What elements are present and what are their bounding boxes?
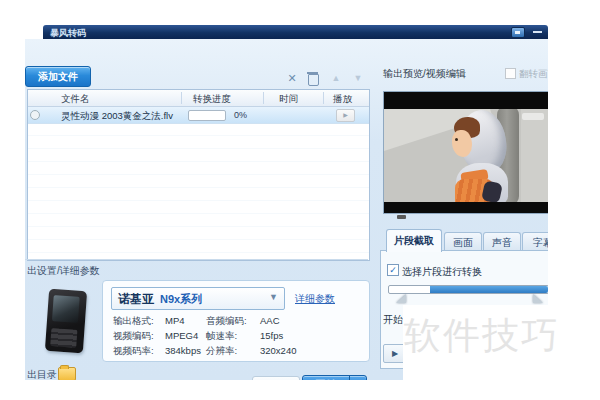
character-arm [481, 180, 503, 202]
start-button-label: 开始 [303, 376, 349, 380]
character-face [452, 130, 472, 157]
clear-list-icon[interactable] [308, 74, 319, 86]
watermark-text: 软件技巧 [404, 311, 560, 361]
empty-rows [28, 123, 369, 259]
param-label: 帧速率: [206, 330, 237, 343]
slider-handle-start[interactable] [396, 294, 406, 303]
column-divider [323, 92, 324, 104]
letterbox-bar [384, 202, 548, 213]
param-value: MP4 [165, 315, 185, 326]
slider-fill [430, 286, 548, 293]
button-divider [349, 376, 350, 380]
stop-button[interactable]: 停止 [252, 376, 300, 380]
start-menu-icon[interactable]: ▼ [351, 376, 365, 380]
param-value: MPEG4 [165, 330, 198, 341]
param-value: 320x240 [260, 345, 296, 356]
param-value: AAC [260, 315, 280, 326]
tab-subtitle[interactable]: 字幕 [522, 232, 548, 252]
station-watermark [522, 113, 544, 120]
param-value: 384kbps [165, 345, 201, 356]
move-down-icon[interactable]: ▼ [351, 72, 365, 85]
preset-brand: 诺基亚 [118, 291, 154, 308]
row-play-button[interactable]: ▶ [336, 109, 355, 122]
col-progress[interactable]: 转换进度 [193, 93, 231, 106]
video-frame [384, 109, 548, 202]
param-label: 音频编码: [206, 315, 247, 328]
preset-panel: 诺基亚 N9x系列 ▼ 详细参数 输出格式: MP4 音频编码: AAC 视频编… [102, 280, 370, 362]
param-label: 视频编码: [113, 330, 154, 343]
site-watermark-overlay: 软件技巧 [403, 305, 600, 400]
phone-keypad [50, 328, 77, 348]
file-name: 灵性动漫 2003黄金之法.flv [61, 110, 173, 123]
preset-model: N9x系列 [160, 292, 202, 307]
param-label: 输出格式: [113, 315, 154, 328]
video-preview[interactable] [383, 91, 548, 214]
output-dir-label: 出目录 [27, 368, 57, 380]
start-button[interactable]: 开始 ▼ [302, 375, 367, 380]
col-play[interactable]: 播放 [333, 93, 352, 106]
column-divider [181, 92, 182, 104]
tab-clip-capture[interactable]: 片段截取 [386, 229, 442, 252]
skin-icon [515, 31, 520, 34]
row-status-icon [30, 110, 40, 120]
skin-menu-button[interactable] [511, 27, 525, 38]
table-row[interactable]: 灵性动漫 2003黄金之法.flv 0% ▶ [28, 107, 369, 124]
scene-right-wall [521, 109, 548, 202]
tab-picture[interactable]: 画面 [444, 232, 482, 252]
minimize-button[interactable] [533, 31, 542, 33]
character-eye [455, 138, 458, 141]
output-settings-label: 出设置/详细参数 [27, 264, 100, 278]
clip-checkbox-label: 选择片段进行转换 [402, 265, 482, 279]
clip-range-slider[interactable] [388, 285, 548, 294]
col-time[interactable]: 时间 [279, 93, 298, 106]
detail-params-link[interactable]: 详细参数 [295, 292, 335, 306]
slider-handle-end[interactable] [533, 294, 543, 303]
flip-checkbox-label: 翻转画面 [519, 68, 548, 81]
param-label: 视频码率: [113, 345, 154, 358]
seek-marker[interactable] [397, 215, 406, 219]
column-divider [263, 92, 264, 104]
title-bar[interactable]: 暴风转码 [43, 25, 548, 39]
folder-icon[interactable] [58, 367, 76, 380]
preview-header: 输出预览/视频编辑 [383, 67, 466, 81]
col-filename[interactable]: 文件名 [61, 93, 90, 106]
flip-checkbox[interactable] [505, 68, 516, 79]
progress-percent: 0% [234, 110, 247, 120]
clip-start-label: 开始 [383, 313, 403, 327]
tab-sound[interactable]: 声音 [483, 232, 521, 252]
file-list: 文件名 转换进度 时间 播放 灵性动漫 2003黄金之法.flv 0% ▶ [27, 89, 370, 261]
device-phone-image [45, 289, 87, 353]
clip-checkbox[interactable]: ✓ [387, 264, 399, 276]
screenshot-canvas: 暴风转码 添加文件 ✕ ▲ ▼ 文件名 转换进度 时间 播放 [0, 0, 600, 400]
phone-screen [52, 295, 80, 323]
delete-file-icon[interactable]: ✕ [285, 72, 299, 85]
preset-dropdown[interactable]: 诺基亚 N9x系列 ▼ [111, 287, 285, 310]
param-label: 分辨率: [206, 345, 237, 358]
section-divider [25, 259, 368, 260]
progress-bar [188, 110, 226, 121]
file-list-header: 文件名 转换进度 时间 播放 [28, 90, 369, 107]
param-value: 15fps [260, 330, 283, 341]
move-up-icon[interactable]: ▲ [329, 72, 343, 85]
chevron-down-icon: ▼ [269, 292, 278, 302]
add-file-button[interactable]: 添加文件 [25, 66, 91, 87]
